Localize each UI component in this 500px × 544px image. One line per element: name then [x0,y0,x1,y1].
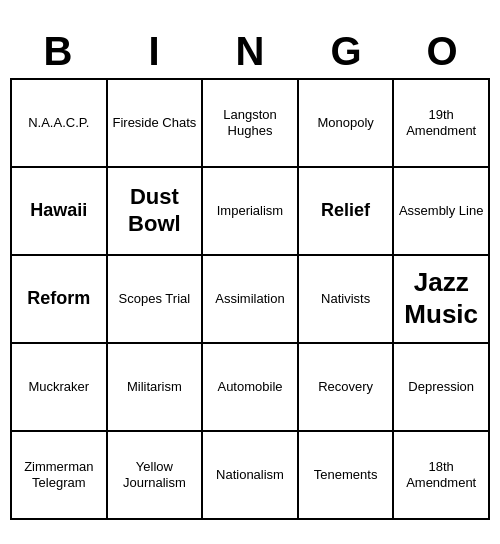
bingo-cell: Imperialism [203,168,299,256]
bingo-cell: Fireside Chats [108,80,204,168]
bingo-letter: B [10,25,106,78]
bingo-cell: Recovery [299,344,395,432]
bingo-cell: Langston Hughes [203,80,299,168]
bingo-cell: N.A.A.C.P. [12,80,108,168]
bingo-cell: Tenements [299,432,395,520]
bingo-cell: Muckraker [12,344,108,432]
bingo-cell: Zimmerman Telegram [12,432,108,520]
bingo-cell: Depression [394,344,490,432]
bingo-letter: G [298,25,394,78]
bingo-cell: 18th Amendment [394,432,490,520]
bingo-cell: Assembly Line [394,168,490,256]
bingo-letter: O [394,25,490,78]
bingo-cell: Monopoly [299,80,395,168]
bingo-cell: Militarism [108,344,204,432]
bingo-letter: I [106,25,202,78]
bingo-cell: Dust Bowl [108,168,204,256]
bingo-cell: Hawaii [12,168,108,256]
bingo-card: BINGO N.A.A.C.P.Fireside ChatsLangston H… [10,25,490,520]
bingo-cell: Reform [12,256,108,344]
bingo-cell: Yellow Journalism [108,432,204,520]
bingo-cell: Automobile [203,344,299,432]
bingo-grid: N.A.A.C.P.Fireside ChatsLangston HughesM… [10,78,490,520]
bingo-cell: 19th Amendment [394,80,490,168]
bingo-cell: Nationalism [203,432,299,520]
bingo-cell: Relief [299,168,395,256]
bingo-letter: N [202,25,298,78]
bingo-cell: Assimilation [203,256,299,344]
bingo-header: BINGO [10,25,490,78]
bingo-cell: Nativists [299,256,395,344]
bingo-cell: Scopes Trial [108,256,204,344]
bingo-cell: Jazz Music [394,256,490,344]
